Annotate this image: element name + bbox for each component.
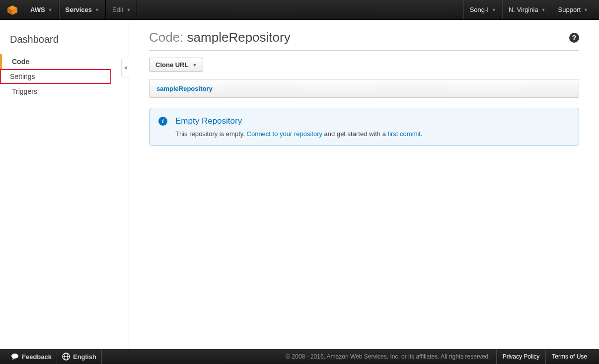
caret-down-icon: ▼ xyxy=(541,7,546,12)
info-text-after: . xyxy=(421,130,423,138)
page-title-prefix: Code: xyxy=(149,30,187,45)
svg-point-3 xyxy=(11,354,18,359)
copyright-text: © 2008 - 2016, Amazon Web Services, Inc.… xyxy=(286,353,496,360)
privacy-policy-link[interactable]: Privacy Policy xyxy=(496,349,546,364)
info-title-row: i Empty Repository xyxy=(158,116,570,126)
nav-region-label: N. Virginia xyxy=(509,6,538,13)
top-nav: AWS ▼ Services ▼ Edit ▼ Song-I ▼ N. Virg… xyxy=(0,0,599,20)
nav-user-menu[interactable]: Song-I ▼ xyxy=(463,0,502,19)
page-header: Code: sampleRepository ? xyxy=(149,30,579,51)
nav-aws-label: AWS xyxy=(30,6,45,13)
caret-down-icon: ▼ xyxy=(192,63,197,68)
sidebar-item-label: Triggers xyxy=(12,87,37,95)
language-button[interactable]: English xyxy=(57,349,102,364)
main-content: Code: sampleRepository ? Clone URL ▼ sam… xyxy=(129,20,599,349)
caret-down-icon: ▼ xyxy=(95,7,99,12)
sidebar-item-triggers[interactable]: Triggers xyxy=(0,84,129,99)
main-container: Dashboard Code Settings Triggers ◀ Code:… xyxy=(0,20,599,349)
terms-of-use-link[interactable]: Terms of Use xyxy=(545,349,593,364)
sidebar-item-code[interactable]: Code xyxy=(0,54,129,69)
top-nav-right: Song-I ▼ N. Virginia ▼ Support ▼ xyxy=(463,0,594,19)
footer-right: © 2008 - 2016, Amazon Web Services, Inc.… xyxy=(286,349,593,364)
nav-support-menu[interactable]: Support ▼ xyxy=(552,0,594,19)
feedback-button[interactable]: Feedback xyxy=(6,349,57,364)
help-icon[interactable]: ? xyxy=(569,33,579,43)
nav-services-label: Services xyxy=(66,6,92,13)
sidebar-item-settings[interactable]: Settings xyxy=(0,69,111,84)
nav-aws-menu[interactable]: AWS ▼ xyxy=(24,0,59,19)
nav-services-menu[interactable]: Services ▼ xyxy=(59,0,106,19)
speech-bubble-icon xyxy=(11,353,19,360)
top-nav-left: AWS ▼ Services ▼ Edit ▼ xyxy=(5,0,137,19)
nav-edit-label: Edit xyxy=(112,6,123,13)
info-icon: i xyxy=(158,117,167,126)
first-commit-link[interactable]: first commit xyxy=(388,130,421,138)
nav-edit-menu[interactable]: Edit ▼ xyxy=(106,0,137,19)
sidebar-collapse-button[interactable]: ◀ xyxy=(121,58,129,77)
breadcrumb-bar: sampleRepository xyxy=(149,79,579,98)
sidebar-item-label: Code xyxy=(12,58,29,66)
footer-left: Feedback English xyxy=(6,349,102,364)
info-text-before: This repository is empty. xyxy=(175,130,247,138)
clone-url-button[interactable]: Clone URL ▼ xyxy=(149,58,203,72)
globe-icon xyxy=(62,353,70,361)
caret-down-icon: ▼ xyxy=(48,7,53,12)
aws-logo-icon[interactable] xyxy=(5,3,20,16)
caret-down-icon: ▼ xyxy=(126,7,131,12)
chevron-left-icon: ◀ xyxy=(124,65,127,70)
clone-url-label: Clone URL xyxy=(155,61,188,69)
sidebar-title: Dashboard xyxy=(0,30,129,54)
page-title: Code: sampleRepository xyxy=(149,30,291,45)
info-text: This repository is empty. Connect to you… xyxy=(175,130,570,138)
page-title-name: sampleRepository xyxy=(187,30,291,45)
nav-region-menu[interactable]: N. Virginia ▼ xyxy=(502,0,552,19)
sidebar: Dashboard Code Settings Triggers ◀ xyxy=(0,20,129,349)
connect-repository-link[interactable]: Connect to your repository xyxy=(247,130,322,138)
breadcrumb-link[interactable]: sampleRepository xyxy=(156,85,213,92)
language-label: English xyxy=(73,353,96,361)
info-panel: i Empty Repository This repository is em… xyxy=(149,108,579,146)
feedback-label: Feedback xyxy=(22,353,52,361)
nav-user-label: Song-I xyxy=(470,6,489,13)
info-text-mid: and get started with a xyxy=(322,130,388,138)
footer: Feedback English © 2008 - 2016, Amazon W… xyxy=(0,349,599,364)
caret-down-icon: ▼ xyxy=(492,7,496,12)
caret-down-icon: ▼ xyxy=(584,7,588,12)
nav-support-label: Support xyxy=(558,6,581,13)
sidebar-item-label: Settings xyxy=(10,73,35,80)
info-title: Empty Repository xyxy=(175,116,242,126)
